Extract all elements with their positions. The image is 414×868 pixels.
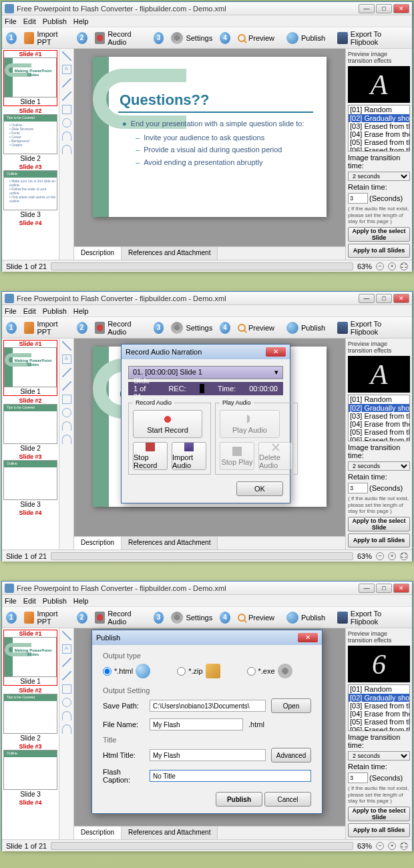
settings-button[interactable]: Settings bbox=[166, 610, 217, 626]
ellipse-tool[interactable] bbox=[62, 118, 71, 128]
close-button[interactable]: ✕ bbox=[393, 584, 409, 593]
preview-button[interactable]: Preview bbox=[233, 32, 279, 44]
flash-caption-input[interactable] bbox=[150, 770, 311, 782]
status-bar: Slide 1 of 21 63% − + ⛶ bbox=[2, 260, 412, 272]
save-path-input[interactable] bbox=[150, 700, 266, 712]
thumb-slide-3[interactable]: Slide #3OutlineSlide 3 bbox=[3, 453, 57, 508]
minimize-button[interactable]: — bbox=[359, 294, 375, 303]
open-path-button[interactable]: Open bbox=[271, 698, 311, 713]
preview-button[interactable]: Preview bbox=[233, 612, 279, 624]
menu-help[interactable]: Help bbox=[73, 15, 89, 27]
delete-audio-button[interactable]: Delete Audio bbox=[258, 442, 293, 470]
settings-button[interactable]: Settings bbox=[166, 320, 217, 336]
publish-button[interactable]: Publish bbox=[282, 320, 330, 336]
thumb-slide-4[interactable]: Slide #4 bbox=[3, 220, 57, 226]
tab-description[interactable]: Description bbox=[74, 247, 122, 260]
h-scrollbar[interactable] bbox=[51, 842, 353, 850]
h-scrollbar[interactable] bbox=[51, 552, 353, 560]
stop-play-button[interactable]: Stop Play bbox=[220, 442, 254, 470]
minimize-button[interactable]: — bbox=[359, 584, 375, 593]
cancel-button[interactable]: Cancel bbox=[264, 792, 311, 807]
stop-record-button[interactable]: Stop Record bbox=[133, 442, 168, 470]
text-tool[interactable]: A bbox=[62, 65, 71, 74]
import-ppt-button[interactable]: Import PPT bbox=[19, 608, 74, 628]
thumb-slide-3[interactable]: Slide #3 Outline• Make your 1st or 2nd s… bbox=[3, 164, 57, 218]
rect-tool[interactable] bbox=[62, 105, 71, 114]
play-audio-button[interactable]: Play Audio bbox=[220, 410, 280, 438]
apply-all-button[interactable]: Apply to all Slides bbox=[348, 533, 410, 548]
advanced-button[interactable]: Advanced bbox=[271, 748, 311, 763]
publish-button[interactable]: Publish bbox=[282, 610, 330, 626]
apply-all-button[interactable]: Apply to all Slides bbox=[348, 823, 410, 837]
line-tool[interactable] bbox=[62, 78, 71, 87]
transition-time-select[interactable]: 2 seconds bbox=[348, 172, 410, 181]
zoom-out-button[interactable]: − bbox=[376, 552, 384, 560]
record-audio-button[interactable]: Record Audio bbox=[90, 28, 151, 48]
thumb-slide-1[interactable]: Slide #1 Making PowerPoint Slides Slide … bbox=[3, 50, 57, 106]
redo-tool[interactable] bbox=[62, 145, 71, 154]
ok-button[interactable]: OK bbox=[236, 481, 283, 496]
menu-publish[interactable]: Publish bbox=[43, 15, 67, 27]
dialog-close-button[interactable]: ✕ bbox=[266, 347, 286, 357]
zoom-in-button[interactable]: + bbox=[388, 552, 396, 560]
window-title: Free Powerpoint to Flash Converter - fli… bbox=[17, 5, 359, 13]
pointer-tool[interactable] bbox=[62, 51, 71, 61]
transition-list[interactable]: [01] Random [02] Gradually show [03] Era… bbox=[348, 105, 410, 152]
thumb-slide-4[interactable]: Slide #4 bbox=[3, 799, 57, 806]
import-audio-button[interactable]: Import Audio bbox=[172, 442, 206, 470]
export-flipbook-button[interactable]: Export To Flipbook bbox=[333, 318, 408, 338]
zoom-in-button[interactable]: + bbox=[388, 262, 396, 270]
transition-time-select[interactable]: 2 seconds bbox=[348, 461, 410, 471]
thumb-slide-2[interactable]: Slide #2Tips to be CoveredSlide 2 bbox=[3, 687, 57, 742]
tab-references[interactable]: References and Attachment bbox=[122, 247, 218, 260]
thumb-slide-4[interactable]: Slide #4 bbox=[3, 509, 57, 516]
output-exe-radio[interactable] bbox=[247, 667, 256, 676]
apply-all-button[interactable]: Apply to all Slides bbox=[348, 244, 410, 258]
zoom-out-button[interactable]: − bbox=[376, 842, 384, 850]
zoom-fit-button[interactable]: ⛶ bbox=[400, 552, 408, 560]
output-zip-radio[interactable] bbox=[177, 667, 186, 676]
retain-time-input[interactable] bbox=[348, 483, 368, 493]
settings-button[interactable]: Settings bbox=[166, 30, 217, 46]
file-name-input[interactable] bbox=[150, 718, 243, 730]
undo-tool[interactable] bbox=[62, 132, 71, 141]
apply-selected-button[interactable]: Apply to the select Slide bbox=[348, 227, 410, 242]
transition-time-select[interactable]: 2 seconds bbox=[348, 751, 410, 761]
thumb-slide-2[interactable]: Slide #2 Tips to be Covered• Outline• Sl… bbox=[3, 107, 57, 162]
maximize-button[interactable]: □ bbox=[376, 584, 392, 593]
close-button[interactable]: ✕ bbox=[393, 4, 409, 13]
close-button[interactable]: ✕ bbox=[393, 294, 409, 303]
zoom-fit-button[interactable]: ⛶ bbox=[400, 842, 408, 850]
output-html-radio[interactable] bbox=[103, 667, 112, 676]
publish-confirm-button[interactable]: Publish bbox=[216, 792, 262, 807]
start-record-button[interactable]: Start Record bbox=[133, 410, 202, 438]
html-title-input[interactable] bbox=[150, 749, 266, 761]
menu-edit[interactable]: Edit bbox=[23, 15, 36, 27]
import-ppt-button[interactable]: Import PPT bbox=[19, 318, 74, 338]
apply-selected-button[interactable]: Apply to the select Slide bbox=[348, 517, 410, 531]
preview-button[interactable]: Preview bbox=[233, 322, 279, 334]
thumb-slide-1[interactable]: Slide #1Making PowerPoint SlidesSlide 1 bbox=[3, 340, 57, 396]
apply-selected-button[interactable]: Apply to the select Slide bbox=[348, 807, 410, 821]
maximize-button[interactable]: □ bbox=[376, 294, 392, 303]
dialog-close-button[interactable]: ✕ bbox=[298, 633, 318, 642]
minimize-button[interactable]: — bbox=[359, 4, 375, 13]
thumb-slide-3[interactable]: Slide #3OutlineSlide 3 bbox=[3, 743, 57, 798]
h-scrollbar[interactable] bbox=[51, 262, 353, 270]
thumb-slide-1[interactable]: Slide #1Making PowerPoint SlidesSlide 1 bbox=[3, 630, 57, 686]
retain-time-input[interactable] bbox=[348, 193, 368, 204]
arrow-tool[interactable] bbox=[62, 91, 71, 101]
zoom-out-button[interactable]: − bbox=[376, 262, 384, 270]
export-flipbook-button[interactable]: Export To Flipbook bbox=[333, 608, 408, 628]
zoom-in-button[interactable]: + bbox=[388, 842, 396, 850]
maximize-button[interactable]: □ bbox=[376, 4, 392, 13]
zoom-fit-button[interactable]: ⛶ bbox=[400, 262, 408, 270]
record-audio-button[interactable]: Record Audio bbox=[90, 318, 151, 338]
import-ppt-button[interactable]: Import PPT bbox=[19, 28, 74, 48]
menu-file[interactable]: File bbox=[5, 15, 17, 27]
record-audio-button[interactable]: Record Audio bbox=[90, 608, 151, 628]
publish-button[interactable]: Publish bbox=[282, 30, 330, 46]
retain-time-input[interactable] bbox=[348, 773, 368, 783]
export-flipbook-button[interactable]: Export To Flipbook bbox=[333, 28, 408, 48]
thumb-slide-2[interactable]: Slide #2Tips to be CoveredSlide 2 bbox=[3, 397, 57, 452]
